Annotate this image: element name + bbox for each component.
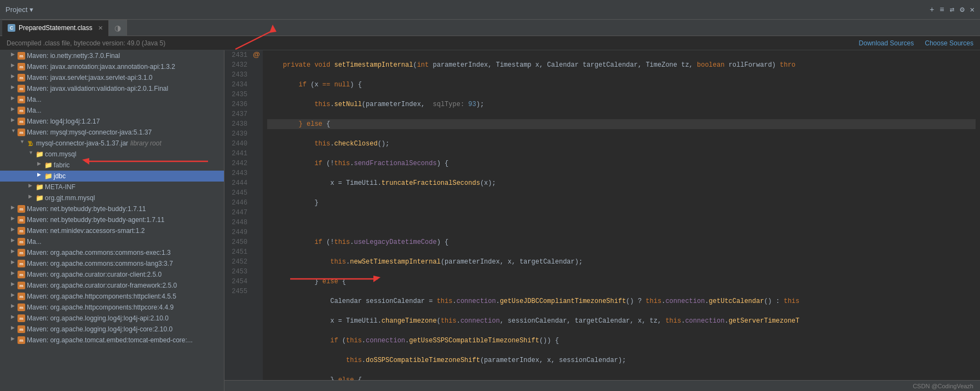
project-text: Project: [5, 5, 27, 14]
sidebar-item-label: Maven: org.apache.logging.log4j:log4j-ap…: [27, 314, 169, 322]
sidebar-item-label: mysql-connector-java-5.1.37.jar: [36, 139, 128, 147]
decompiled-info: Decompiled .class file, bytecode version…: [7, 39, 165, 47]
bottom-bar: CSDN @CodingVeazh: [224, 380, 980, 391]
sidebar-item-commons-exec[interactable]: ▶ m Maven: org.apache.commons:commons-ex…: [0, 247, 224, 258]
choose-sources-link[interactable]: Choose Sources: [925, 39, 973, 47]
sidebar-item-label: Maven: log4j:log4j:1.2.17: [27, 118, 100, 125]
maven-icon: m: [18, 293, 25, 300]
tab-second[interactable]: ◑: [109, 20, 127, 36]
sidebar-item-minidev[interactable]: ▶ m Maven: net.minidev:accessors-smart:1…: [0, 225, 224, 236]
maven-icon: m: [18, 85, 25, 92]
maven-icon: m: [18, 129, 25, 136]
sidebar-item-fabric[interactable]: ▶ 📁 fabric: [0, 160, 224, 171]
sidebar-item-label: Maven: org.apache.commons:commons-exec:1…: [27, 249, 171, 256]
sidebar-item-curator-framework[interactable]: ▶ m Maven: org.apache.curator:curator-fr…: [0, 280, 224, 291]
sidebar-item-curator-client[interactable]: ▶ m Maven: org.apache.curator:curator-cl…: [0, 269, 224, 280]
sidebar-item-ma2[interactable]: ▶ m Ma...: [0, 105, 224, 116]
sidebar-item-label: Maven: javax.servlet:javax.servlet-api:3…: [27, 74, 152, 81]
sidebar-item-label: Maven: net.bytebuddy:byte-buddy-agent:1.…: [27, 216, 165, 224]
maven-icon: m: [18, 336, 25, 344]
sidebar-item-commons-lang3[interactable]: ▶ m Maven: org.apache.commons:commons-la…: [0, 258, 224, 269]
maven-icon: m: [18, 63, 25, 71]
tab-preparedstatement[interactable]: C PreparedStatement.class ✕: [2, 20, 109, 36]
sidebar-item-bytebuddy-agent[interactable]: ▶ m Maven: net.bytebuddy:byte-buddy-agen…: [0, 214, 224, 225]
maven-icon: m: [18, 238, 25, 246]
sidebar-item-label: Maven: net.minidev:accessors-smart:1.2: [27, 227, 145, 235]
sidebar-item-mysql-jar[interactable]: ▼ 🗜 mysql-connector-java-5.1.37.jar libr…: [0, 138, 224, 149]
chevron-right-icon: ▶: [11, 259, 16, 268]
chevron-right-icon: ▶: [11, 325, 16, 334]
sidebar-item-bytebuddy[interactable]: ▶ m Maven: net.bytebuddy:byte-buddy:1.7.…: [0, 203, 224, 214]
jar-icon: 🗜: [26, 139, 35, 148]
sidebar-item-label: Ma...: [27, 96, 42, 103]
sync-icon[interactable]: ⇄: [949, 4, 955, 15]
folder-icon: 📁: [35, 183, 44, 191]
folder-icon: 📁: [44, 161, 53, 170]
chevron-right-icon: ▶: [28, 183, 34, 191]
sidebar-item-label: Maven: io.netty:netty:3.7.0.Final: [27, 52, 120, 60]
chevron-right-icon: ▶: [11, 205, 16, 213]
sidebar-item-javax-servlet[interactable]: ▶ m Maven: javax.servlet:javax.servlet-a…: [0, 72, 224, 83]
chevron-right-icon: ▶: [11, 270, 16, 279]
chevron-right-icon: ▶: [11, 62, 16, 71]
sidebar-item-javax-annotation[interactable]: ▶ m Maven: javax.annotation:javax.annota…: [0, 61, 224, 72]
sidebar-item-httpclient[interactable]: ▶ m Maven: org.apache.httpcomponents:htt…: [0, 291, 224, 302]
sidebar-item-netty[interactable]: ▶ m Maven: io.netty:netty:3.7.0.Final: [0, 50, 224, 61]
sidebar-item-label: jdbc: [54, 172, 66, 180]
chevron-right-icon: ▶: [37, 161, 43, 170]
chevron-right-icon: ▶: [11, 95, 16, 104]
chevron-right-icon: ▶: [11, 84, 16, 93]
sidebar-item-jdbc[interactable]: ▶ 📁 jdbc: [0, 171, 224, 182]
sidebar-item-meta-inf[interactable]: ▶ 📁 META-INF: [0, 182, 224, 192]
chevron-right-icon: ▶: [11, 292, 16, 301]
code-area[interactable]: 2431 2432 2433 2434 2435 2436 2437 2438 …: [224, 50, 980, 380]
settings-icon[interactable]: ⚙: [959, 4, 965, 15]
project-label[interactable]: Project ▾: [0, 5, 39, 14]
sidebar-item-org-gjt[interactable]: ▶ 📁 org.gjt.mm.mysql: [0, 192, 224, 203]
maven-icon: m: [18, 271, 25, 278]
java-class-icon: C: [8, 24, 15, 32]
sidebar-item-tomcat-embed[interactable]: ▶ m Maven: org.apache.tomcat.embed:tomca…: [0, 335, 224, 346]
chevron-right-icon: ▶: [11, 336, 16, 345]
sidebar-item-label: Maven: net.bytebuddy:byte-buddy:1.7.11: [27, 205, 146, 213]
maven-icon: m: [18, 52, 25, 60]
sidebar-item-javax-validation[interactable]: ▶ m Maven: javax.validation:validation-a…: [0, 83, 224, 94]
sidebar-item-com-mysql[interactable]: ▼ 📁 com.mysql: [0, 149, 224, 160]
maven-icon: m: [18, 227, 25, 235]
download-sources-link[interactable]: Download Sources: [859, 39, 914, 47]
add-icon[interactable]: +: [929, 4, 935, 15]
sidebar-item-label: Maven: org.apache.httpcomponents:httpcli…: [27, 293, 176, 300]
sidebar-item-httpcore[interactable]: ▶ m Maven: org.apache.httpcomponents:htt…: [0, 302, 224, 313]
maven-icon: m: [18, 314, 25, 322]
maven-icon: m: [18, 74, 25, 81]
tab-close-button[interactable]: ✕: [98, 25, 103, 32]
maven-icon: m: [18, 216, 25, 224]
sidebar-item-ma3[interactable]: ▶ m Ma...: [0, 236, 224, 247]
sidebar: ▶ m Maven: io.netty:netty:3.7.0.Final ▶ …: [0, 50, 224, 391]
sidebar-item-label: org.gjt.mm.mysql: [45, 194, 95, 202]
list-icon[interactable]: ≡: [938, 4, 945, 15]
sidebar-item-log4j-api[interactable]: ▶ m Maven: org.apache.logging.log4j:log4…: [0, 313, 224, 324]
sidebar-item-label: Maven: org.apache.tomcat.embed:tomcat-em…: [27, 336, 193, 344]
maven-icon: m: [18, 96, 25, 103]
folder-icon: 📁: [35, 150, 44, 159]
folder-icon: 📁: [35, 194, 44, 202]
chevron-right-icon: ▶: [11, 106, 16, 115]
tab-second-icon: ◑: [114, 24, 121, 32]
sidebar-item-mysql[interactable]: ▼ m Maven: mysql:mysql-connector-java:5.…: [0, 127, 224, 138]
chevron-down-icon: ▼: [28, 150, 34, 159]
sidebar-item-log4j-core[interactable]: ▶ m Maven: org.apache.logging.log4j:log4…: [0, 324, 224, 335]
top-bar: Project ▾ + ≡ ⇄ ⚙ ✕: [0, 0, 980, 20]
chevron-right-icon: ▶: [11, 281, 16, 290]
chevron-right-icon: ▶: [11, 117, 16, 126]
sidebar-item-ma1[interactable]: ▶ m Ma...: [0, 94, 224, 105]
sidebar-item-label: Maven: mysql:mysql-connector-java:5.1.37: [27, 129, 152, 136]
project-dropdown-icon[interactable]: ▾: [30, 5, 33, 14]
sidebar-item-label: Maven: javax.validation:validation-api:2…: [27, 85, 168, 92]
sidebar-item-log4j[interactable]: ▶ m Maven: log4j:log4j:1.2.17: [0, 116, 224, 127]
sidebar-item-label: META-INF: [45, 183, 76, 191]
line-numbers: 2431 2432 2433 2434 2435 2436 2437 2438 …: [224, 50, 252, 380]
close-icon[interactable]: ✕: [969, 4, 976, 15]
chevron-down-icon: ▼: [11, 128, 16, 137]
main-content: ▶ m Maven: io.netty:netty:3.7.0.Final ▶ …: [0, 50, 980, 391]
